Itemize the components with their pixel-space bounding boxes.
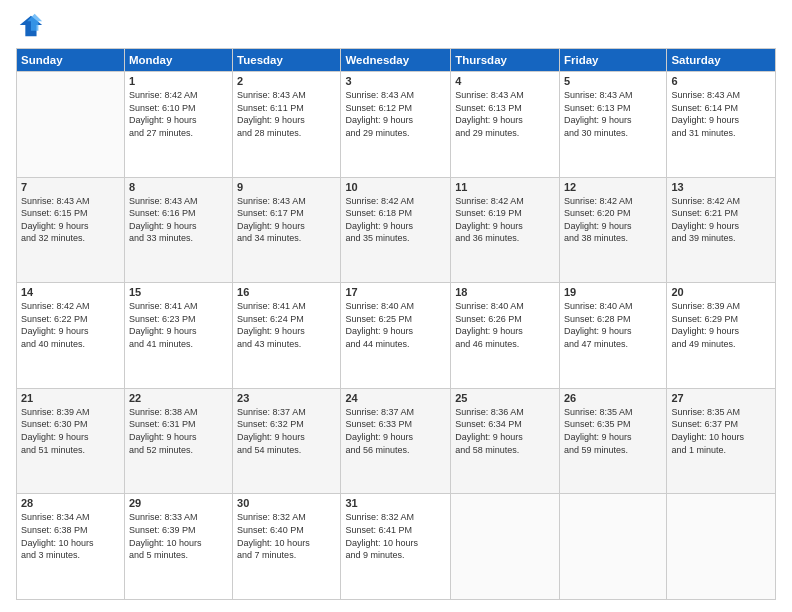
day-number: 9 [237, 181, 336, 193]
day-info: Sunrise: 8:42 AM Sunset: 6:19 PM Dayligh… [455, 195, 555, 245]
col-header-tuesday: Tuesday [233, 49, 341, 72]
col-header-saturday: Saturday [667, 49, 776, 72]
day-info: Sunrise: 8:36 AM Sunset: 6:34 PM Dayligh… [455, 406, 555, 456]
calendar-cell: 19Sunrise: 8:40 AM Sunset: 6:28 PM Dayli… [559, 283, 666, 389]
day-number: 4 [455, 75, 555, 87]
calendar-cell: 29Sunrise: 8:33 AM Sunset: 6:39 PM Dayli… [124, 494, 232, 600]
day-number: 26 [564, 392, 662, 404]
day-number: 20 [671, 286, 771, 298]
logo-icon [16, 12, 44, 40]
day-info: Sunrise: 8:42 AM Sunset: 6:18 PM Dayligh… [345, 195, 446, 245]
calendar-cell: 14Sunrise: 8:42 AM Sunset: 6:22 PM Dayli… [17, 283, 125, 389]
day-info: Sunrise: 8:42 AM Sunset: 6:22 PM Dayligh… [21, 300, 120, 350]
col-header-friday: Friday [559, 49, 666, 72]
day-info: Sunrise: 8:39 AM Sunset: 6:30 PM Dayligh… [21, 406, 120, 456]
calendar-cell [559, 494, 666, 600]
calendar-cell: 6Sunrise: 8:43 AM Sunset: 6:14 PM Daylig… [667, 72, 776, 178]
day-number: 21 [21, 392, 120, 404]
calendar-cell: 1Sunrise: 8:42 AM Sunset: 6:10 PM Daylig… [124, 72, 232, 178]
day-info: Sunrise: 8:33 AM Sunset: 6:39 PM Dayligh… [129, 511, 228, 561]
day-info: Sunrise: 8:43 AM Sunset: 6:13 PM Dayligh… [455, 89, 555, 139]
day-number: 29 [129, 497, 228, 509]
calendar-cell: 25Sunrise: 8:36 AM Sunset: 6:34 PM Dayli… [451, 388, 560, 494]
calendar-cell: 2Sunrise: 8:43 AM Sunset: 6:11 PM Daylig… [233, 72, 341, 178]
day-number: 16 [237, 286, 336, 298]
day-number: 3 [345, 75, 446, 87]
col-header-sunday: Sunday [17, 49, 125, 72]
calendar-cell: 26Sunrise: 8:35 AM Sunset: 6:35 PM Dayli… [559, 388, 666, 494]
day-number: 7 [21, 181, 120, 193]
day-number: 30 [237, 497, 336, 509]
day-info: Sunrise: 8:43 AM Sunset: 6:11 PM Dayligh… [237, 89, 336, 139]
day-info: Sunrise: 8:43 AM Sunset: 6:16 PM Dayligh… [129, 195, 228, 245]
day-number: 14 [21, 286, 120, 298]
calendar-cell: 17Sunrise: 8:40 AM Sunset: 6:25 PM Dayli… [341, 283, 451, 389]
day-info: Sunrise: 8:34 AM Sunset: 6:38 PM Dayligh… [21, 511, 120, 561]
day-number: 31 [345, 497, 446, 509]
calendar-cell: 12Sunrise: 8:42 AM Sunset: 6:20 PM Dayli… [559, 177, 666, 283]
day-number: 2 [237, 75, 336, 87]
week-row-2: 7Sunrise: 8:43 AM Sunset: 6:15 PM Daylig… [17, 177, 776, 283]
day-info: Sunrise: 8:40 AM Sunset: 6:25 PM Dayligh… [345, 300, 446, 350]
calendar-cell: 22Sunrise: 8:38 AM Sunset: 6:31 PM Dayli… [124, 388, 232, 494]
calendar-cell [451, 494, 560, 600]
col-header-wednesday: Wednesday [341, 49, 451, 72]
day-number: 13 [671, 181, 771, 193]
day-info: Sunrise: 8:42 AM Sunset: 6:21 PM Dayligh… [671, 195, 771, 245]
day-info: Sunrise: 8:43 AM Sunset: 6:17 PM Dayligh… [237, 195, 336, 245]
day-number: 15 [129, 286, 228, 298]
day-number: 19 [564, 286, 662, 298]
calendar-cell: 11Sunrise: 8:42 AM Sunset: 6:19 PM Dayli… [451, 177, 560, 283]
day-info: Sunrise: 8:37 AM Sunset: 6:32 PM Dayligh… [237, 406, 336, 456]
day-info: Sunrise: 8:37 AM Sunset: 6:33 PM Dayligh… [345, 406, 446, 456]
day-number: 8 [129, 181, 228, 193]
calendar-cell: 24Sunrise: 8:37 AM Sunset: 6:33 PM Dayli… [341, 388, 451, 494]
day-number: 10 [345, 181, 446, 193]
day-number: 5 [564, 75, 662, 87]
calendar-cell [667, 494, 776, 600]
day-info: Sunrise: 8:43 AM Sunset: 6:14 PM Dayligh… [671, 89, 771, 139]
calendar-cell: 5Sunrise: 8:43 AM Sunset: 6:13 PM Daylig… [559, 72, 666, 178]
day-number: 22 [129, 392, 228, 404]
header-row [16, 12, 776, 40]
day-number: 1 [129, 75, 228, 87]
col-header-monday: Monday [124, 49, 232, 72]
col-header-thursday: Thursday [451, 49, 560, 72]
day-number: 11 [455, 181, 555, 193]
week-row-5: 28Sunrise: 8:34 AM Sunset: 6:38 PM Dayli… [17, 494, 776, 600]
calendar-cell: 16Sunrise: 8:41 AM Sunset: 6:24 PM Dayli… [233, 283, 341, 389]
day-info: Sunrise: 8:43 AM Sunset: 6:12 PM Dayligh… [345, 89, 446, 139]
day-number: 25 [455, 392, 555, 404]
day-info: Sunrise: 8:40 AM Sunset: 6:26 PM Dayligh… [455, 300, 555, 350]
calendar-cell: 9Sunrise: 8:43 AM Sunset: 6:17 PM Daylig… [233, 177, 341, 283]
calendar-cell: 28Sunrise: 8:34 AM Sunset: 6:38 PM Dayli… [17, 494, 125, 600]
calendar-cell: 23Sunrise: 8:37 AM Sunset: 6:32 PM Dayli… [233, 388, 341, 494]
day-info: Sunrise: 8:42 AM Sunset: 6:10 PM Dayligh… [129, 89, 228, 139]
calendar-cell: 31Sunrise: 8:32 AM Sunset: 6:41 PM Dayli… [341, 494, 451, 600]
day-number: 27 [671, 392, 771, 404]
day-info: Sunrise: 8:40 AM Sunset: 6:28 PM Dayligh… [564, 300, 662, 350]
calendar-cell: 10Sunrise: 8:42 AM Sunset: 6:18 PM Dayli… [341, 177, 451, 283]
page: SundayMondayTuesdayWednesdayThursdayFrid… [0, 0, 792, 612]
day-number: 23 [237, 392, 336, 404]
day-info: Sunrise: 8:43 AM Sunset: 6:15 PM Dayligh… [21, 195, 120, 245]
calendar-cell: 15Sunrise: 8:41 AM Sunset: 6:23 PM Dayli… [124, 283, 232, 389]
calendar-cell [17, 72, 125, 178]
calendar-cell: 30Sunrise: 8:32 AM Sunset: 6:40 PM Dayli… [233, 494, 341, 600]
week-row-3: 14Sunrise: 8:42 AM Sunset: 6:22 PM Dayli… [17, 283, 776, 389]
day-info: Sunrise: 8:39 AM Sunset: 6:29 PM Dayligh… [671, 300, 771, 350]
day-info: Sunrise: 8:42 AM Sunset: 6:20 PM Dayligh… [564, 195, 662, 245]
day-number: 6 [671, 75, 771, 87]
calendar-cell: 27Sunrise: 8:35 AM Sunset: 6:37 PM Dayli… [667, 388, 776, 494]
week-row-1: 1Sunrise: 8:42 AM Sunset: 6:10 PM Daylig… [17, 72, 776, 178]
day-info: Sunrise: 8:41 AM Sunset: 6:23 PM Dayligh… [129, 300, 228, 350]
calendar-cell: 18Sunrise: 8:40 AM Sunset: 6:26 PM Dayli… [451, 283, 560, 389]
day-info: Sunrise: 8:43 AM Sunset: 6:13 PM Dayligh… [564, 89, 662, 139]
calendar-cell: 13Sunrise: 8:42 AM Sunset: 6:21 PM Dayli… [667, 177, 776, 283]
day-number: 28 [21, 497, 120, 509]
week-row-4: 21Sunrise: 8:39 AM Sunset: 6:30 PM Dayli… [17, 388, 776, 494]
calendar-cell: 21Sunrise: 8:39 AM Sunset: 6:30 PM Dayli… [17, 388, 125, 494]
calendar-cell: 3Sunrise: 8:43 AM Sunset: 6:12 PM Daylig… [341, 72, 451, 178]
day-number: 17 [345, 286, 446, 298]
calendar-table: SundayMondayTuesdayWednesdayThursdayFrid… [16, 48, 776, 600]
